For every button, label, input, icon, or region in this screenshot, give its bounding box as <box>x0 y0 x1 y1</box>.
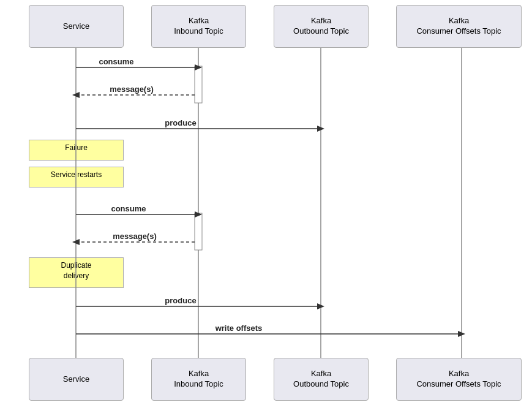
svg-marker-11 <box>317 126 324 132</box>
svg-text:consume: consume <box>99 57 133 66</box>
participant-kafka-offsets-bottom: KafkaConsumer Offsets Topic <box>396 358 522 401</box>
note-service-restarts: Service restarts <box>29 167 124 187</box>
svg-marker-17 <box>317 303 324 309</box>
svg-marker-7 <box>195 64 202 70</box>
sequence-diagram: Service KafkaInbound Topic KafkaOutbound… <box>0 0 532 405</box>
note-duplicate-delivery: Duplicatedelivery <box>29 257 124 288</box>
svg-marker-15 <box>72 239 80 245</box>
svg-text:consume: consume <box>111 204 146 213</box>
participant-kafka-outbound-bottom: KafkaOutbound Topic <box>274 358 369 401</box>
svg-text:message(s): message(s) <box>110 85 154 94</box>
participant-service-top: Service <box>29 5 124 48</box>
participant-kafka-inbound-bottom: KafkaInbound Topic <box>151 358 246 401</box>
participant-kafka-offsets-top: KafkaConsumer Offsets Topic <box>396 5 522 48</box>
svg-text:write offsets: write offsets <box>215 324 263 333</box>
svg-marker-9 <box>72 92 80 98</box>
svg-marker-19 <box>458 331 465 337</box>
svg-rect-4 <box>195 66 202 103</box>
svg-text:message(s): message(s) <box>113 232 157 241</box>
participant-service-bottom: Service <box>29 358 124 401</box>
participant-kafka-inbound-top: KafkaInbound Topic <box>151 5 246 48</box>
svg-text:produce: produce <box>165 118 196 127</box>
participant-kafka-outbound-top: KafkaOutbound Topic <box>274 5 369 48</box>
note-failure: Failure <box>29 140 124 161</box>
svg-text:produce: produce <box>165 296 196 305</box>
svg-rect-5 <box>195 213 202 250</box>
svg-marker-13 <box>195 211 202 218</box>
arrows-overlay: consume message(s) produce consume messa… <box>0 0 532 405</box>
